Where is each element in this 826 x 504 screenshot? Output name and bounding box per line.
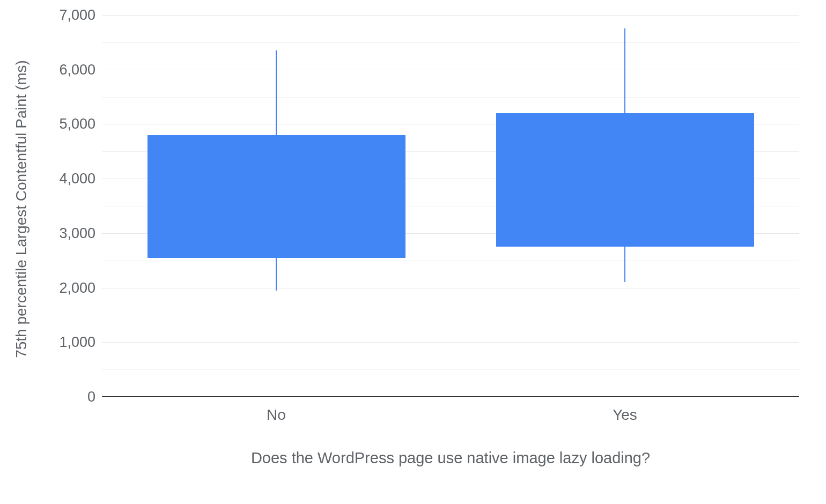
gridline-major (102, 342, 799, 343)
box-plot-chart: 75th percentile Largest Contentful Paint… (0, 0, 826, 504)
y-tick-label: 4,000 (53, 171, 95, 187)
gridline-major (102, 70, 799, 70)
box (496, 113, 754, 247)
y-axis-title-text: 75th percentile Largest Contentful Paint… (13, 60, 30, 358)
plot-area: Does the WordPress page use native image… (102, 15, 799, 397)
y-tick-label: 6,000 (53, 61, 95, 78)
gridline-minor (102, 97, 799, 98)
y-axis-title: 75th percentile Largest Contentful Paint… (11, 0, 32, 418)
y-tick-label: 5,000 (53, 116, 95, 132)
gridline-minor (102, 369, 799, 370)
y-tick-label: 2,000 (53, 279, 95, 296)
x-axis-title: Does the WordPress page use native image… (102, 449, 799, 467)
y-tick-label: 1,000 (53, 334, 95, 351)
y-tick-label: 3,000 (53, 225, 95, 241)
y-tick-label: 7,000 (53, 7, 95, 24)
y-tick-label: 0 (53, 389, 95, 405)
gridline-minor (102, 261, 799, 261)
gridline-minor (102, 315, 799, 315)
x-tick-label: Yes (613, 406, 637, 424)
gridline-minor (102, 42, 799, 43)
x-axis-line (102, 396, 799, 397)
box (148, 135, 405, 258)
x-tick-label: No (267, 406, 286, 424)
gridline-major (102, 288, 799, 288)
gridline-major (102, 15, 799, 16)
